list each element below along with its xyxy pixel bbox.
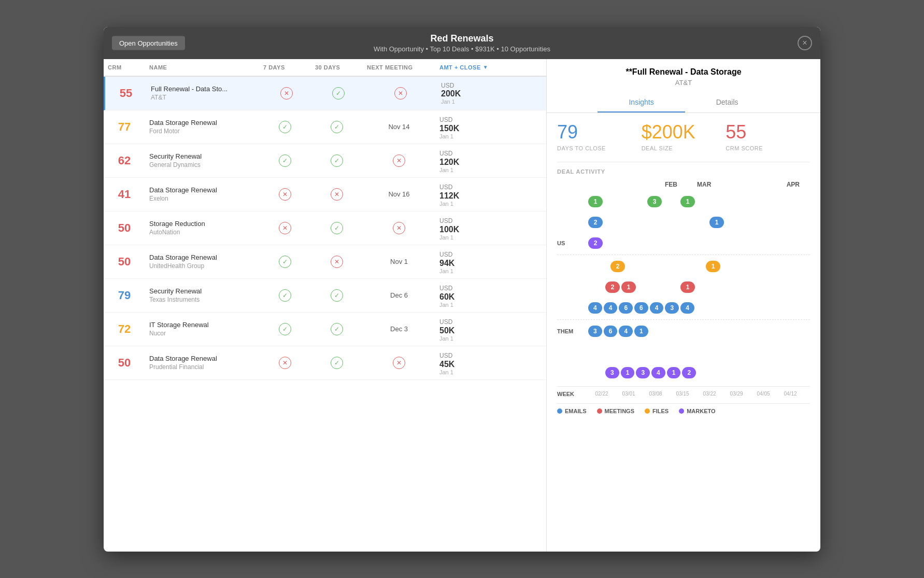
week-date: 03/22	[696, 391, 723, 397]
cal-pill: 1	[667, 367, 681, 378]
modal-title: Red Renewals	[130, 33, 794, 44]
check-30days: ✓	[331, 222, 343, 234]
tabs: Insights Details	[557, 93, 810, 112]
cal-pill: 6	[604, 326, 618, 337]
cal-pill: 2	[682, 367, 696, 378]
detail-title: **Full Renewal - Data Storage	[557, 67, 810, 77]
check-meeting: ✕	[393, 222, 405, 234]
cal-row-us-files: US 2	[557, 234, 810, 252]
cal-row-them-purple: 3 1 3 4 1 2	[557, 363, 810, 382]
week-row: WEEK 02/22 03/01 03/08 03/15 03/22 03/29…	[557, 386, 810, 397]
col-crm: CRM	[104, 59, 145, 76]
check-7days: ✕	[280, 87, 293, 100]
insights-content: 79 DAYS TO CLOSE $200K DEAL SIZE 55 CRM …	[547, 113, 820, 552]
week-dates: 02/22 03/01 03/08 03/15 03/22 03/29 04/0…	[588, 391, 810, 397]
tab-insights[interactable]: Insights	[598, 93, 685, 112]
week-label: WEEK	[557, 391, 588, 397]
crm-score: 50	[104, 221, 145, 235]
cal-pill: 3	[647, 196, 662, 207]
week-date: 04/05	[750, 391, 777, 397]
cal-row-them-blue: THEM 3 6 4 1	[557, 322, 810, 341]
cal-row-us-red: 2 1 1	[557, 278, 810, 297]
check-30days: ✕	[331, 188, 343, 201]
col-7days: 7 DAYS	[259, 59, 311, 76]
table-row[interactable]: 55 Full Renewal - Data Sto... AT&T ✕ ✓ ✕	[104, 77, 546, 110]
table-row[interactable]: 79 Security Renewal Texas Instruments ✓ …	[104, 279, 546, 313]
crm-score: 50	[104, 356, 145, 370]
crm-score: 62	[104, 154, 145, 167]
crm-score-value: 55	[726, 121, 810, 143]
week-date: 02/22	[588, 391, 615, 397]
table-row[interactable]: 77 Data Storage Renewal Ford Motor ✓ ✓ N…	[104, 110, 546, 144]
cal-pill: 1	[621, 281, 636, 293]
check-7days: ✕	[279, 357, 291, 369]
table-row[interactable]: 72 IT Storage Renewal Nucor ✓ ✓ Dec 3 US…	[104, 313, 546, 346]
legend-marketo: MARKETO	[679, 408, 715, 414]
name-cell: IT Storage Renewal Nucor	[145, 321, 259, 337]
cal-pill: 1	[680, 281, 695, 293]
table-row[interactable]: 41 Data Storage Renewal Exelon ✕ ✕ Nov 1…	[104, 178, 546, 212]
cal-row-them-empty	[557, 343, 810, 361]
check-7days: ✓	[279, 289, 291, 302]
cal-row-us-orange: 2 1	[557, 257, 810, 276]
right-panel: **Full Renewal - Data Storage AT&T Insig…	[547, 59, 820, 552]
table-row[interactable]: 62 Security Renewal General Dynamics ✓ ✓…	[104, 144, 546, 178]
deal-size-label: DEAL SIZE	[642, 145, 726, 151]
tab-details[interactable]: Details	[685, 93, 770, 112]
cal-pill: 4	[588, 302, 602, 314]
check-7days: ✓	[279, 154, 291, 167]
metric-deal-size: $200K DEAL SIZE	[642, 121, 726, 151]
cal-pill: 1	[634, 326, 648, 337]
cal-pill: 1	[680, 196, 695, 207]
legend: EMAILS MEETINGS FILES MARKETO	[557, 403, 810, 414]
table-body: 55 Full Renewal - Data Sto... AT&T ✕ ✓ ✕	[104, 77, 546, 552]
legend-emails: EMAILS	[557, 408, 587, 414]
deal-size-value: $200K	[642, 121, 726, 143]
cal-pill: 3	[665, 302, 679, 314]
crm-score: 72	[104, 322, 145, 336]
detail-company: AT&T	[557, 79, 810, 87]
col-amt-close[interactable]: AMT + CLOSE ▼	[435, 59, 546, 76]
close-button[interactable]: ×	[798, 36, 812, 50]
week-date: 03/08	[642, 391, 669, 397]
table-row[interactable]: 50 Data Storage Renewal Prudential Finan…	[104, 346, 546, 380]
cal-pill: 1	[709, 217, 724, 228]
name-cell: Security Renewal General Dynamics	[145, 152, 259, 168]
check-30days: ✓	[331, 357, 343, 369]
cal-pill: 2	[610, 261, 625, 272]
crm-score-label: CRM SCORE	[726, 145, 810, 151]
table-row[interactable]: 50 Data Storage Renewal UnitedHealth Gro…	[104, 245, 546, 279]
them-section: THEM 3 6 4 1	[557, 322, 810, 382]
name-cell: Data Storage Renewal UnitedHealth Group	[145, 253, 259, 270]
cal-row-us-emails: 1 3 1	[557, 192, 810, 211]
table-header: CRM NAME 7 DAYS 30 DAYS NEXT MEETING AMT…	[104, 59, 546, 77]
check-30days: ✓	[331, 121, 343, 133]
metric-crm-score: 55 CRM SCORE	[726, 121, 810, 151]
marketo-dot	[679, 408, 684, 414]
modal-content: CRM NAME 7 DAYS 30 DAYS NEXT MEETING AMT…	[104, 59, 820, 552]
cal-pill: 4	[680, 302, 694, 314]
check-meeting: ✕	[393, 154, 405, 167]
name-cell: Data Storage Renewal Exelon	[145, 186, 259, 202]
legend-meetings: MEETINGS	[597, 408, 634, 414]
check-30days: ✓	[331, 289, 343, 302]
cal-row-us-meetings: 2 1	[557, 213, 810, 232]
cal-pill: 6	[634, 302, 648, 314]
files-dot	[645, 408, 650, 414]
crm-score: 77	[104, 120, 145, 134]
calendar-grid: FEB MAR APR 1 3	[557, 181, 810, 414]
table-row[interactable]: 50 Storage Reduction AutoNation ✕ ✓ ✕ US…	[104, 212, 546, 245]
us-section: 1 3 1 2	[557, 192, 810, 252]
col-30days: 30 DAYS	[311, 59, 363, 76]
check-30days: ✓	[332, 87, 345, 100]
cal-pill: 1	[621, 367, 635, 378]
meetings-dot	[597, 408, 602, 414]
check-7days: ✓	[279, 256, 291, 268]
col-name: NAME	[145, 59, 259, 76]
modal-container: Open Opportunities Red Renewals With Opp…	[104, 27, 820, 552]
week-date: 04/12	[777, 391, 804, 397]
month-apr: APR	[780, 181, 810, 188]
open-opportunities-button[interactable]: Open Opportunities	[112, 36, 185, 50]
col-next-meeting: NEXT MEETING	[363, 59, 435, 76]
cal-pill: 4	[651, 367, 665, 378]
